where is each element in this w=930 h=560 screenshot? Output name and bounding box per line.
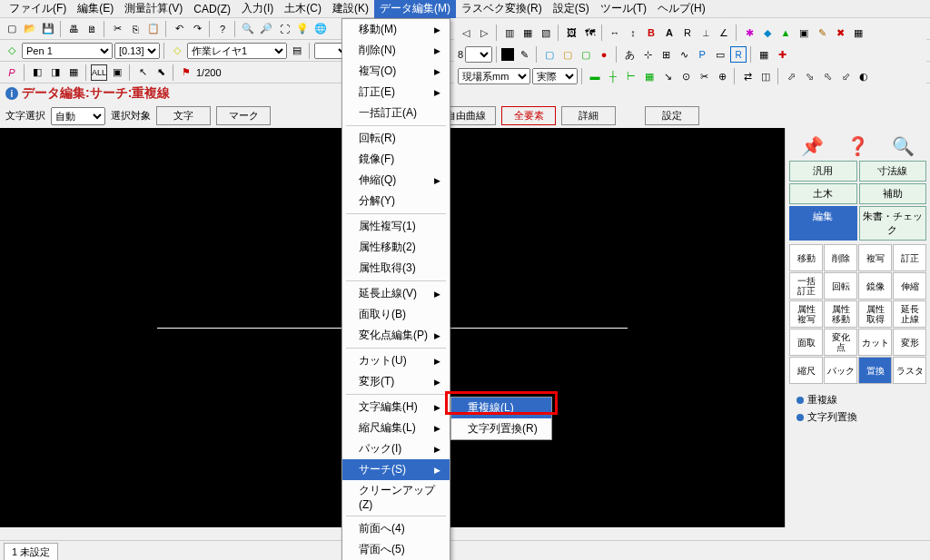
- layer-select[interactable]: 作業レイヤ1: [187, 43, 287, 59]
- rp-sub-文字列置換[interactable]: 文字列置換: [796, 408, 926, 426]
- rp-cell-16[interactable]: 縮尺: [789, 357, 823, 384]
- text-r-icon[interactable]: R: [679, 25, 696, 41]
- ln7-icon[interactable]: ✂: [696, 68, 712, 84]
- snap1-icon[interactable]: ⊹: [639, 46, 656, 63]
- coord-sys-select[interactable]: 現場系mm: [458, 68, 530, 84]
- btn-all-elements[interactable]: 全要素: [501, 106, 556, 125]
- ditem-クリーンアップ(Z)[interactable]: クリーンアップ(Z): [342, 480, 450, 514]
- rp-cell-14[interactable]: カット: [858, 329, 892, 356]
- pen-select[interactable]: Pen 1: [22, 43, 113, 59]
- ln6-icon[interactable]: ⊙: [678, 68, 694, 84]
- menu-編集(E)[interactable]: 編集(E): [72, 0, 119, 18]
- ditem-移動(M)[interactable]: 移動(M)▶: [342, 19, 450, 40]
- rp-cell-2[interactable]: 複写: [858, 244, 892, 271]
- ditem-削除(N)[interactable]: 削除(N)▶: [342, 40, 450, 61]
- menu-データ編集(M)[interactable]: データ編集(M): [374, 0, 456, 18]
- sq2-icon[interactable]: ▢: [559, 46, 576, 63]
- text-a-icon[interactable]: A: [661, 25, 678, 41]
- layer-icon[interactable]: ◇: [4, 43, 20, 59]
- sq1-icon[interactable]: ▢: [541, 46, 558, 63]
- globe-icon[interactable]: 🌐: [312, 21, 329, 37]
- win3-icon[interactable]: ▧: [538, 25, 554, 41]
- ditem-鏡像(F)[interactable]: 鏡像(F): [342, 149, 450, 170]
- grid-icon[interactable]: ▣: [109, 64, 125, 81]
- rp-cell-4[interactable]: 一括 訂正: [789, 272, 823, 300]
- misc2-icon[interactable]: ◆: [759, 25, 776, 41]
- ditem-属性移動(2)[interactable]: 属性移動(2): [342, 237, 450, 258]
- edit2-icon[interactable]: ◫: [757, 68, 774, 84]
- color-icon[interactable]: [501, 48, 514, 61]
- nav-next-icon[interactable]: ▷: [476, 25, 492, 41]
- rp-cell-11[interactable]: 延長 止線: [893, 300, 926, 328]
- tool-a-icon[interactable]: ◧: [29, 64, 45, 81]
- misc3-icon[interactable]: ▲: [777, 25, 794, 41]
- ln5-icon[interactable]: ↘: [659, 68, 676, 84]
- ditem-カット(U)[interactable]: カット(U)▶: [342, 350, 450, 371]
- status-tab[interactable]: 1 未設定: [4, 543, 58, 560]
- ln2-icon[interactable]: ┼: [605, 68, 621, 84]
- snap2-icon[interactable]: ⊞: [658, 46, 674, 63]
- menu-CAD(Z)[interactable]: CAD(Z): [188, 1, 236, 17]
- dim4-icon[interactable]: ∠: [716, 25, 732, 41]
- rp-cell-12[interactable]: 面取: [789, 329, 823, 356]
- grid2-icon[interactable]: ▦: [756, 46, 772, 63]
- rp-cell-0[interactable]: 移動: [789, 244, 823, 271]
- mode-select[interactable]: 実際: [532, 68, 578, 84]
- plus-icon[interactable]: ✚: [774, 46, 790, 63]
- help2-icon[interactable]: ❓: [846, 135, 869, 157]
- menu-設定(S)[interactable]: 設定(S): [548, 0, 595, 18]
- misc5-icon[interactable]: ✎: [814, 25, 830, 41]
- img-icon[interactable]: 🖼: [563, 25, 579, 41]
- btn-moji[interactable]: 文字: [156, 106, 211, 125]
- menu-入力(I)[interactable]: 入力(I): [236, 0, 279, 18]
- sq3-icon[interactable]: ▢: [578, 46, 594, 63]
- text-b-icon[interactable]: B: [643, 25, 659, 41]
- rp-cell-10[interactable]: 属性 取得: [858, 300, 892, 328]
- misc7-icon[interactable]: ▦: [850, 25, 866, 41]
- zoom-out-icon[interactable]: 🔎: [258, 21, 274, 37]
- snap4-icon[interactable]: ▭: [712, 46, 728, 63]
- snap-p-icon[interactable]: P: [694, 46, 710, 63]
- snap-r-icon[interactable]: R: [730, 46, 747, 63]
- print-icon[interactable]: 🖶: [65, 21, 82, 37]
- ditem-一括訂正(A)[interactable]: 一括訂正(A): [342, 103, 450, 123]
- menu-土木(C)[interactable]: 土木(C): [279, 0, 327, 18]
- sub-文字列置換(R)[interactable]: 文字列置換(R): [451, 418, 551, 439]
- menu-ヘルプ(H)[interactable]: ヘルプ(H): [652, 0, 711, 18]
- ditem-変化点編集(P)[interactable]: 変化点編集(P)▶: [342, 325, 450, 346]
- all-icon[interactable]: ALL: [91, 64, 107, 81]
- save-icon[interactable]: 💾: [40, 21, 56, 37]
- misc1-icon[interactable]: ✱: [741, 25, 757, 41]
- rp-cell-7[interactable]: 伸縮: [893, 272, 926, 300]
- end3-icon[interactable]: ⬁: [819, 68, 836, 84]
- tool-c-icon[interactable]: ▦: [65, 64, 82, 81]
- end1-icon[interactable]: ⬀: [783, 68, 799, 84]
- rp-cell-17[interactable]: パック: [824, 357, 857, 384]
- misc4-icon[interactable]: ▣: [796, 25, 812, 41]
- rp-cell-5[interactable]: 回転: [824, 272, 857, 300]
- rp-tab-寸法線[interactable]: 寸法線: [859, 161, 927, 182]
- open-icon[interactable]: 📂: [22, 21, 38, 37]
- ditem-属性複写(1)[interactable]: 属性複写(1): [342, 216, 450, 237]
- rp-tab-編集[interactable]: 編集: [789, 206, 857, 241]
- btn-settings[interactable]: 設定: [645, 106, 699, 125]
- rp-tab-土木[interactable]: 土木: [789, 183, 857, 204]
- p-icon[interactable]: P: [4, 64, 20, 81]
- search-submenu[interactable]: 重複線(L)文字列置換(R): [450, 397, 552, 440]
- sub-重複線(L)[interactable]: 重複線(L): [451, 398, 551, 418]
- ditem-パック(I)[interactable]: パック(I)▶: [342, 438, 450, 459]
- ln4-icon[interactable]: ▦: [641, 68, 658, 84]
- ditem-伸縮(Q)[interactable]: 伸縮(Q)▶: [342, 170, 450, 191]
- menu-建設(K)[interactable]: 建設(K): [327, 0, 374, 18]
- rp-cell-15[interactable]: 変形: [893, 329, 926, 356]
- ditem-属性取得(3)[interactable]: 属性取得(3): [342, 258, 450, 279]
- ln1-icon[interactable]: ▬: [587, 68, 603, 84]
- zoom-in-icon[interactable]: 🔍: [240, 21, 256, 37]
- end4-icon[interactable]: ⬃: [837, 68, 854, 84]
- ditem-背面へ(5)[interactable]: 背面へ(5): [342, 539, 450, 560]
- tool-b-icon[interactable]: ◨: [47, 64, 64, 81]
- rp-tab-補助[interactable]: 補助: [859, 183, 927, 204]
- ditem-変形(T)[interactable]: 変形(T)▶: [342, 371, 450, 392]
- btn-mark[interactable]: マーク: [216, 106, 271, 125]
- ln8-icon[interactable]: ⊕: [714, 68, 730, 84]
